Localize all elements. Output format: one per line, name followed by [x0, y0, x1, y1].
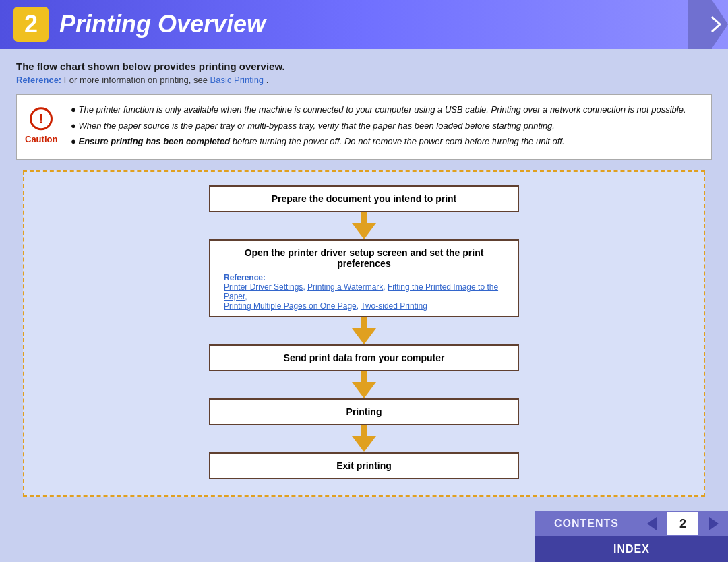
- flow-arrow-1: [352, 212, 376, 239]
- bottom-right-section: CONTENTS 2 INDEX: [535, 511, 728, 562]
- reference-end: .: [266, 75, 269, 85]
- reference-text: For more information on printing, see: [64, 75, 210, 85]
- flowchart-step-1: Prepare the document you intend to print: [209, 185, 519, 212]
- caution-item-2: When the paper source is the paper tray …: [71, 119, 700, 133]
- prev-arrow-icon: [647, 517, 657, 530]
- caution-box: ! Caution The printer function is only a…: [16, 94, 712, 160]
- basic-printing-link[interactable]: Basic Printing: [210, 75, 264, 85]
- reference-line: Reference: For more information on print…: [16, 75, 712, 85]
- caution-icon-area: ! Caution: [25, 108, 57, 147]
- flowchart-step-5: Exit printing: [209, 452, 519, 479]
- step2-ref-label: Reference:: [224, 273, 504, 282]
- caution-item-1: The printer function is only available w…: [71, 103, 700, 117]
- index-button[interactable]: INDEX: [535, 536, 728, 562]
- page-title: Printing Overview: [59, 10, 266, 38]
- two-sided-link[interactable]: Two-sided Printing: [361, 301, 427, 311]
- bottom-navigation: CONTENTS 2 INDEX: [535, 511, 728, 562]
- page-number: 2: [666, 511, 700, 536]
- flowchart-step-2: Open the printer driver setup screen and…: [209, 239, 519, 317]
- flowchart-step-2-title: Open the printer driver setup screen and…: [224, 247, 504, 269]
- main-content: The flow chart shown below provides prin…: [0, 49, 728, 505]
- page-header: 2 Printing Overview: [0, 0, 728, 49]
- nav-section: 2: [638, 511, 728, 536]
- caution-label: Caution: [25, 133, 57, 147]
- flow-arrow-2: [352, 317, 376, 344]
- flowchart-step-3: Send print data from your computer: [209, 344, 519, 371]
- step2-ref-links: Printer Driver Settings, Printing a Wate…: [224, 282, 504, 311]
- flow-arrow-3: [352, 371, 376, 398]
- flowchart-step-4: Printing: [209, 398, 519, 425]
- flowchart-area: Prepare the document you intend to print…: [23, 170, 705, 497]
- printing-watermark-link[interactable]: Printing a Watermark: [307, 282, 383, 292]
- flow-arrow-4: [352, 425, 376, 452]
- header-arrow-decoration: [688, 0, 728, 49]
- chapter-number: 2: [13, 7, 49, 42]
- caution-item-3: Ensure printing has been completed befor…: [71, 135, 700, 148]
- caution-list: The printer function is only available w…: [71, 103, 700, 148]
- next-arrow-icon: [709, 517, 719, 530]
- bottom-row-bottom: INDEX: [535, 536, 728, 562]
- next-page-button[interactable]: [700, 511, 728, 536]
- multiple-pages-link[interactable]: Printing Multiple Pages on One Page: [224, 301, 357, 311]
- contents-button[interactable]: CONTENTS: [535, 511, 638, 536]
- printer-driver-settings-link[interactable]: Printer Driver Settings: [224, 282, 303, 292]
- reference-label: Reference:: [16, 75, 61, 85]
- caution-icon: !: [30, 108, 53, 131]
- bottom-row-top: CONTENTS 2: [535, 511, 728, 536]
- intro-text: The flow chart shown below provides prin…: [16, 61, 712, 72]
- prev-page-button[interactable]: [638, 511, 666, 536]
